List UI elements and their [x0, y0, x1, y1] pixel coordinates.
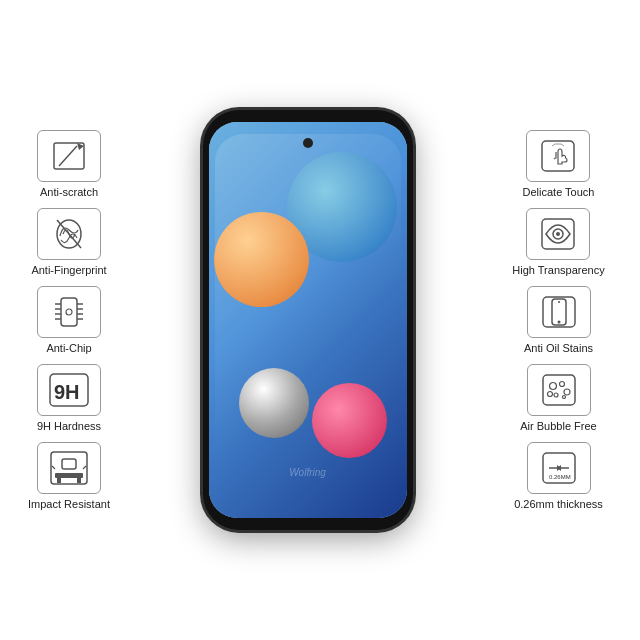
- feature-anti-fingerprint: Anti-Fingerprint: [31, 208, 106, 276]
- anti-scratch-icon-box: [37, 130, 101, 182]
- svg-point-38: [562, 396, 565, 399]
- thickness-icon-box: 0.26MM: [527, 442, 591, 494]
- anti-fingerprint-icon-box: [37, 208, 101, 260]
- feature-anti-scratch: Anti-scratch: [37, 130, 101, 198]
- svg-rect-18: [55, 473, 83, 478]
- 9h-icon-box: 9H: [37, 364, 101, 416]
- air-bubble-free-label: Air Bubble Free: [520, 420, 596, 432]
- svg-rect-32: [543, 375, 575, 405]
- phone-screen: Wolfring: [209, 122, 407, 518]
- screen-background: Wolfring: [209, 122, 407, 518]
- fingerprint-icon: [49, 216, 89, 252]
- feature-impact-resistant: Impact Resistant: [28, 442, 110, 510]
- delicate-touch-label: Delicate Touch: [523, 186, 595, 198]
- bubble-free-icon: [539, 372, 579, 408]
- svg-rect-20: [77, 478, 81, 483]
- watermark: Wolfring: [289, 467, 326, 478]
- svg-rect-5: [61, 298, 77, 326]
- phone: Wolfring: [203, 110, 413, 530]
- svg-point-35: [564, 389, 570, 395]
- svg-line-1: [59, 146, 77, 166]
- svg-point-34: [559, 382, 564, 387]
- anti-oil-stains-label: Anti Oil Stains: [524, 342, 593, 354]
- right-features: Delicate Touch High Transparency: [485, 130, 640, 510]
- feature-9h-hardness: 9H 9H Hardness: [37, 364, 101, 432]
- impact-resistant-label: Impact Resistant: [28, 498, 110, 510]
- impact-icon-box: [37, 442, 101, 494]
- svg-rect-21: [62, 459, 76, 469]
- 9h-hardness-label: 9H Hardness: [37, 420, 101, 432]
- scratch-icon: [49, 138, 89, 174]
- svg-line-22: [52, 466, 55, 469]
- bubble-silver: [239, 368, 309, 438]
- high-transparency-icon-box: [526, 208, 590, 260]
- feature-air-bubble-free: Air Bubble Free: [520, 364, 596, 432]
- svg-point-37: [547, 392, 552, 397]
- feature-thickness: 0.26MM 0.26mm thickness: [514, 442, 603, 510]
- chip-icon: [49, 294, 89, 330]
- svg-line-23: [83, 466, 86, 469]
- svg-point-33: [549, 383, 556, 390]
- svg-point-6: [66, 309, 72, 315]
- left-features: Anti-scratch Anti-Fingerprint: [0, 130, 130, 510]
- svg-point-36: [554, 393, 558, 397]
- feature-anti-oil-stains: Anti Oil Stains: [524, 286, 593, 354]
- svg-rect-19: [57, 478, 61, 483]
- feature-high-transparency: High Transparency: [512, 208, 604, 276]
- feature-anti-chip: Anti-Chip: [37, 286, 101, 354]
- svg-text:9H: 9H: [54, 381, 80, 403]
- anti-chip-icon-box: [37, 286, 101, 338]
- anti-fingerprint-label: Anti-Fingerprint: [31, 264, 106, 276]
- camera-hole: [303, 138, 313, 148]
- delicate-touch-icon-box: [526, 130, 590, 182]
- high-transparency-label: High Transparency: [512, 264, 604, 276]
- phone-wrapper: Wolfring: [130, 110, 485, 530]
- thickness-icon: 0.26MM: [539, 450, 579, 486]
- main-container: Anti-scratch Anti-Fingerprint: [0, 0, 640, 640]
- anti-chip-label: Anti-Chip: [46, 342, 91, 354]
- feature-delicate-touch: Delicate Touch: [523, 130, 595, 198]
- air-bubble-icon-box: [527, 364, 591, 416]
- anti-oil-icon-box: [527, 286, 591, 338]
- impact-icon: [47, 449, 91, 487]
- anti-scratch-label: Anti-scratch: [40, 186, 98, 198]
- thickness-label: 0.26mm thickness: [514, 498, 603, 510]
- svg-point-30: [557, 321, 560, 324]
- phone-small-icon: [539, 294, 579, 330]
- touch-icon: [538, 138, 578, 174]
- 9h-icon: 9H: [47, 371, 91, 409]
- eye-icon: [538, 216, 578, 252]
- bubble-pink: [312, 383, 387, 458]
- bubble-orange: [214, 212, 309, 307]
- svg-text:0.26MM: 0.26MM: [549, 474, 571, 480]
- svg-point-27: [556, 232, 560, 236]
- svg-point-31: [558, 301, 560, 303]
- svg-rect-17: [51, 452, 87, 484]
